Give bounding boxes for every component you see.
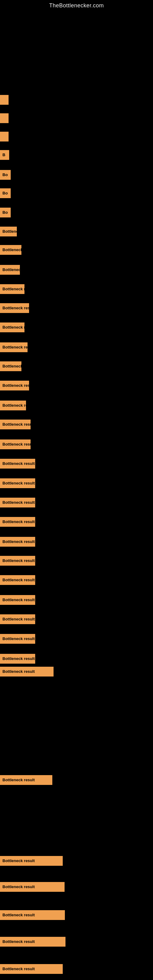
bottleneck-bar: Bottleneck r [0, 245, 21, 255]
bottleneck-bar: Bottleneck r [0, 361, 21, 371]
bottleneck-bar [0, 132, 9, 142]
bottleneck-bar: Bottleneck result [0, 654, 35, 663]
site-title: TheBottlenecker.com [0, 0, 153, 9]
bottleneck-bar [0, 95, 9, 105]
bottleneck-bar: Bottleneck result [0, 575, 35, 585]
bottleneck-bar: Bottleneck result [0, 303, 29, 313]
bottleneck-bar [0, 113, 9, 123]
bottleneck-bar: Bottleneck result [0, 420, 30, 430]
bottleneck-bar: Bottleneck result [0, 595, 35, 605]
bottleneck-bar: Bottlene [0, 227, 17, 236]
bottleneck-bar: B [0, 150, 9, 160]
bottleneck-bar: Bottleneck result [0, 478, 35, 488]
bottleneck-bar: Bottleneck result [0, 498, 35, 508]
bottleneck-bar: Bottleneck result [0, 910, 65, 920]
bottleneck-bar: Bottleneck res [0, 323, 24, 332]
bottleneck-bar: Bottleneck result [0, 459, 35, 469]
bottleneck-bar: Bottleneck result [0, 882, 65, 892]
bottleneck-bar: Bottleneck result [0, 964, 63, 974]
bottleneck-bar: Bottleneck result [0, 634, 35, 644]
bottleneck-bar: Bottleneck result [0, 775, 52, 785]
bottleneck-bar: Bottleneck result [0, 556, 35, 566]
bottleneck-bar: Bottleneck result [0, 381, 29, 390]
bottleneck-bar: Bottleneck result [0, 937, 65, 947]
bottleneck-bar: Bottlenec [0, 265, 20, 275]
bottleneck-bar: Bottleneck result [0, 517, 35, 527]
bottleneck-bar: Bottleneck result [0, 614, 35, 624]
bottleneck-bar: Bottleneck resul [0, 342, 27, 352]
bottleneck-bar: Bottleneck result [0, 439, 30, 449]
bottleneck-bar: Bottleneck result [0, 856, 63, 866]
bottleneck-bar: Bo [0, 188, 11, 198]
bottleneck-bar: Bo [0, 170, 11, 180]
bottleneck-bar: Bottleneck res [0, 284, 24, 294]
bottleneck-bar: Bottleneck result [0, 667, 54, 676]
bottleneck-bar: Bo [0, 208, 11, 218]
bottleneck-bar: Bottleneck res [0, 401, 26, 410]
bottleneck-bar: Bottleneck result [0, 537, 35, 547]
